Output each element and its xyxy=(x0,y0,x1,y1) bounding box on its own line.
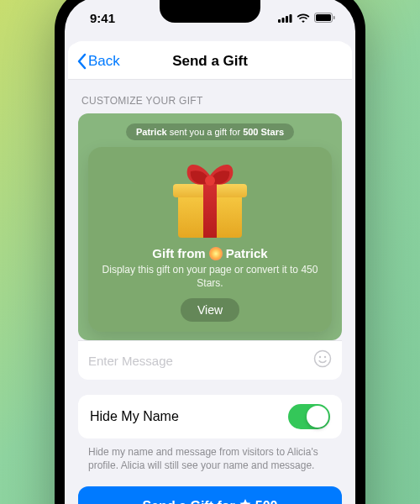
gift-bubble: Gift from Patrick Display this gift on y… xyxy=(88,147,332,332)
emoji-button[interactable] xyxy=(313,349,332,371)
svg-rect-3 xyxy=(290,14,292,23)
back-button[interactable]: Back xyxy=(76,53,120,70)
message-row xyxy=(78,340,342,380)
section-header: Customize Your Gift xyxy=(68,80,352,113)
back-label: Back xyxy=(88,53,120,70)
hide-name-hint: Hide my name and message from visitors t… xyxy=(68,438,352,472)
svg-point-7 xyxy=(205,176,215,186)
notice-banner: Patrick sent you a gift for 500 Stars xyxy=(126,123,294,140)
svg-point-8 xyxy=(315,351,331,367)
content: Customize Your Gift Patrick sent you a g… xyxy=(68,80,352,504)
emoji-icon xyxy=(313,349,332,368)
banner-cost: 500 Stars xyxy=(243,127,284,137)
banner-sender: Patrick xyxy=(136,127,167,137)
gift-title: Gift from Patrick xyxy=(102,246,318,260)
gift-title-name: Patrick xyxy=(226,246,268,260)
nav-bar: Back Send a Gift xyxy=(68,43,352,80)
page-title: Send a Gift xyxy=(172,53,248,70)
phone-frame: 9:41 Back Send a Gift Custom xyxy=(55,0,365,504)
svg-point-9 xyxy=(319,356,321,358)
cellular-icon xyxy=(278,11,292,25)
hide-name-row: Hide My Name xyxy=(78,395,342,438)
banner-mid: sent you a gift for xyxy=(167,127,244,137)
screen: 9:41 Back Send a Gift Custom xyxy=(65,0,355,504)
notch xyxy=(160,0,260,23)
svg-rect-5 xyxy=(316,14,331,21)
hide-name-toggle[interactable] xyxy=(288,404,330,429)
status-icons xyxy=(278,11,335,25)
status-time: 9:41 xyxy=(90,11,115,25)
star-icon xyxy=(239,498,252,504)
svg-point-10 xyxy=(324,356,326,358)
send-gift-button[interactable]: Send a Gift for 500 xyxy=(78,486,342,504)
wifi-icon xyxy=(297,11,310,25)
sender-avatar-icon xyxy=(209,247,223,260)
cta-amount: 500 xyxy=(255,499,278,504)
battery-icon xyxy=(314,11,335,25)
gift-preview: Patrick sent you a gift for 500 Stars Gi… xyxy=(78,113,342,340)
cta-prefix: Send a Gift for xyxy=(143,499,235,504)
gift-title-prefix: Gift from xyxy=(152,246,205,260)
svg-rect-1 xyxy=(282,18,285,23)
message-input[interactable] xyxy=(88,354,313,368)
hide-name-label: Hide My Name xyxy=(90,409,179,424)
svg-rect-2 xyxy=(286,16,288,23)
gift-box-icon xyxy=(168,162,252,238)
svg-rect-0 xyxy=(278,19,281,23)
svg-rect-6 xyxy=(333,16,335,19)
chevron-left-icon xyxy=(76,53,87,70)
gift-description: Display this gift on your page or conver… xyxy=(102,264,318,290)
view-button[interactable]: View xyxy=(181,298,239,322)
